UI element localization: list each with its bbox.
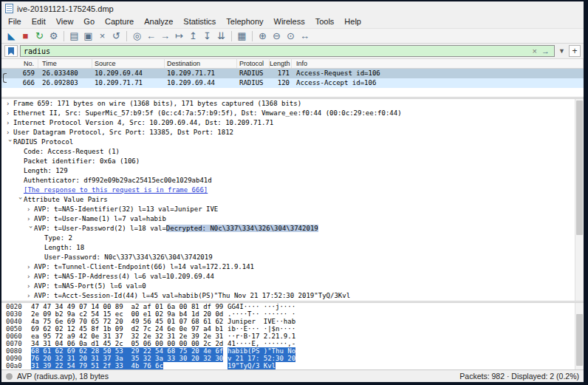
stop-capture-icon[interactable]: ■	[18, 30, 33, 43]
menu-file[interactable]: File	[3, 16, 27, 28]
column-header-info[interactable]: Info	[292, 59, 584, 68]
hex-line-0040[interactable]: 00404a 75 6e 69 70 65 72 20 49 56 45 01 …	[6, 318, 584, 325]
detail-line[interactable]: ›Attribute Value Pairs	[1, 195, 584, 205]
detail-text: AVP: t=Acct-Session-Id(44) l=45 val=habi…	[34, 292, 350, 299]
hex-scrollbar-thumb[interactable]	[576, 314, 583, 366]
go-back-icon[interactable]: ←	[144, 30, 158, 43]
expert-info-icon[interactable]	[6, 373, 13, 380]
detail-line[interactable]: ›Internet Protocol Version 4, Src: 10.20…	[1, 118, 584, 128]
find-packet-icon[interactable]: ◎	[130, 30, 144, 43]
collapse-arrow-icon[interactable]: ›	[16, 197, 25, 204]
expand-arrow-icon[interactable]: ›	[27, 262, 34, 272]
detail-line[interactable]: ›AVP: t=User-Name(1) l=7 val=habib	[1, 214, 584, 224]
detail-text: Code: Access-Request (1)	[24, 148, 120, 155]
expand-arrow-icon[interactable]: ›	[27, 282, 34, 291]
capture-options-icon[interactable]: ⚙	[47, 30, 61, 43]
detail-line[interactable]: ›AVP: t=Tunnel-Client-Endpoint(66) l=14 …	[1, 262, 584, 272]
column-header-protocol[interactable]: Protocol	[237, 59, 270, 68]
packet-row-666[interactable]: 66626.09280310.209.71.7110.209.69.44RADI…	[1, 78, 584, 88]
hex-line-0030[interactable]: 00302e 09 b2 9a c2 54 15 ec 00 e1 02 9a …	[6, 310, 584, 318]
detail-line[interactable]: Length: 18	[1, 243, 584, 253]
collapse-arrow-icon[interactable]: ›	[26, 225, 35, 233]
hex-line-0050[interactable]: 005069 62 02 12 45 8f 1b 09 d2 7c 24 6e …	[6, 325, 584, 333]
detail-line[interactable]: Code: Access-Request (1)	[1, 147, 584, 157]
hex-line-00a0[interactable]: 00a031 39 22 54 79 51 2f 33 4b 76 6c19"T…	[6, 362, 584, 369]
detail-line[interactable]: [The response to this request is in fram…	[1, 185, 584, 195]
detail-line[interactable]: ›Ethernet II, Src: SuperMic_57:b9:5f (0c…	[1, 109, 584, 118]
hex-line-0090[interactable]: 009076 20 32 31 20 31 37 3a 35 32 3a 33 …	[6, 355, 584, 362]
start-capture-icon[interactable]: ◣	[4, 30, 18, 43]
detail-line[interactable]: ›AVP: t=NAS-Port(5) l=6 val=0	[1, 282, 584, 291]
detail-line[interactable]: Authenticator: df992e09b29ac25415ec00e10…	[1, 176, 584, 185]
filter-bookmark-button[interactable]	[4, 45, 18, 57]
menu-wireless[interactable]: Wireless	[269, 16, 310, 28]
menu-statistics[interactable]: Statistics	[178, 16, 221, 28]
expand-arrow-icon[interactable]: ›	[27, 291, 34, 301]
packet-row-659[interactable]: 65926.03348010.209.69.4410.209.71.71RADI…	[1, 69, 584, 78]
menu-tools[interactable]: Tools	[310, 16, 340, 28]
resize-columns-icon[interactable]: ↔	[298, 30, 312, 43]
menu-go[interactable]: Go	[78, 16, 100, 28]
hex-ascii: GG4I···· ···j····	[228, 303, 295, 310]
detail-line[interactable]: User-Password: N0c\337\334\326\304\37420…	[1, 253, 584, 262]
close-file-icon[interactable]: ×	[95, 30, 109, 43]
expand-arrow-icon[interactable]: ›	[27, 205, 34, 214]
expand-arrow-icon[interactable]: ›	[6, 99, 13, 109]
detail-line[interactable]: ›Frame 659: 171 bytes on wire (1368 bits…	[1, 99, 584, 109]
detail-text: Type: 2	[44, 234, 72, 242]
detail-line[interactable]: Length: 129	[1, 166, 584, 176]
menu-help[interactable]: Help	[339, 16, 366, 28]
hex-line-0020[interactable]: 002047 47 34 49 07 14 00 89 a2 af 01 6a …	[6, 303, 584, 310]
auto-scroll-icon[interactable]: ⇊	[214, 30, 228, 43]
column-header-source[interactable]: Source	[92, 59, 165, 68]
zoom-original-icon[interactable]: ⊙	[284, 30, 298, 43]
display-filter-input[interactable]: radius × →	[20, 45, 555, 57]
column-header-destination[interactable]: Destination	[165, 59, 237, 68]
hex-line-0070[interactable]: 007034 31 04 06 0a d1 45 2c 05 06 00 00 …	[6, 340, 584, 347]
expand-arrow-icon[interactable]: ›	[6, 128, 13, 137]
detail-line[interactable]: ›AVP: t=User-Password(2) l=18 val=Decryp…	[1, 224, 584, 234]
details-scrollbar[interactable]	[575, 99, 584, 301]
detail-line[interactable]: ›AVP: t=Acct-Session-Id(44) l=45 val=hab…	[1, 291, 584, 301]
packet-details-tree: ›Frame 659: 171 bytes on wire (1368 bits…	[1, 99, 584, 301]
zoom-out-icon[interactable]: ⊖	[270, 30, 284, 43]
go-to-packet-icon[interactable]: ↦	[172, 30, 186, 43]
expand-arrow-icon[interactable]: ›	[6, 109, 13, 118]
expand-arrow-icon[interactable]: ›	[27, 214, 34, 224]
detail-line[interactable]: ›AVP: t=NAS-IP-Address(4) l=6 val=10.209…	[1, 272, 584, 282]
hex-line-0060[interactable]: 0060ea 95 72 a9 42 0e 31 37 32 2e 32 31 …	[6, 333, 584, 340]
column-header-length[interactable]: Length	[270, 59, 292, 68]
restart-capture-icon[interactable]: ↻	[33, 30, 47, 43]
menu-view[interactable]: View	[51, 16, 79, 28]
filter-dropdown-arrow[interactable]: ▼	[557, 47, 567, 55]
menu-capture[interactable]: Capture	[100, 16, 139, 28]
first-packet-icon[interactable]: ↥	[186, 30, 200, 43]
apply-filter-icon[interactable]: →	[540, 47, 551, 55]
detail-line[interactable]: Packet identifier: 0x6a (106)	[1, 157, 584, 166]
menu-telephony[interactable]: Telephony	[221, 16, 268, 28]
detail-line[interactable]: Type: 2	[1, 234, 584, 243]
detail-line[interactable]: ›User Datagram Protocol, Src Port: 13385…	[1, 128, 584, 137]
add-filter-button[interactable]: +	[569, 45, 581, 57]
clear-filter-icon[interactable]: ×	[530, 47, 540, 55]
expand-arrow-icon[interactable]: ›	[27, 272, 34, 282]
reload-file-icon[interactable]: ↺	[109, 30, 123, 43]
go-forward-icon[interactable]: →	[158, 30, 172, 43]
hex-line-0080[interactable]: 008068 61 62 69 62 28 50 53 29 22 54 68 …	[6, 347, 584, 355]
column-header-time[interactable]: Time	[38, 59, 92, 68]
zoom-in-icon[interactable]: ⊕	[256, 30, 270, 43]
expand-arrow-icon[interactable]: ›	[6, 118, 13, 128]
colorize-packets-icon[interactable]: ▦	[235, 30, 249, 43]
packet-bytes-pane: 002047 47 34 49 07 14 00 89 a2 af 01 6a …	[1, 303, 584, 369]
collapse-arrow-icon[interactable]: ›	[5, 139, 15, 146]
details-scrollbar-thumb[interactable]	[576, 100, 583, 235]
hex-scrollbar[interactable]	[575, 303, 584, 369]
menu-edit[interactable]: Edit	[27, 16, 51, 28]
detail-line[interactable]: ›AVP: t=NAS-Identifier(32) l=13 val=Juni…	[1, 205, 584, 214]
save-file-icon[interactable]: ▣	[81, 30, 95, 43]
column-header-no[interactable]: No.	[1, 59, 38, 68]
last-packet-icon[interactable]: ↧	[200, 30, 214, 43]
open-file-icon[interactable]: ▤	[67, 30, 81, 43]
detail-line[interactable]: ›RADIUS Protocol	[1, 137, 584, 147]
menu-analyze[interactable]: Analyze	[139, 16, 178, 28]
